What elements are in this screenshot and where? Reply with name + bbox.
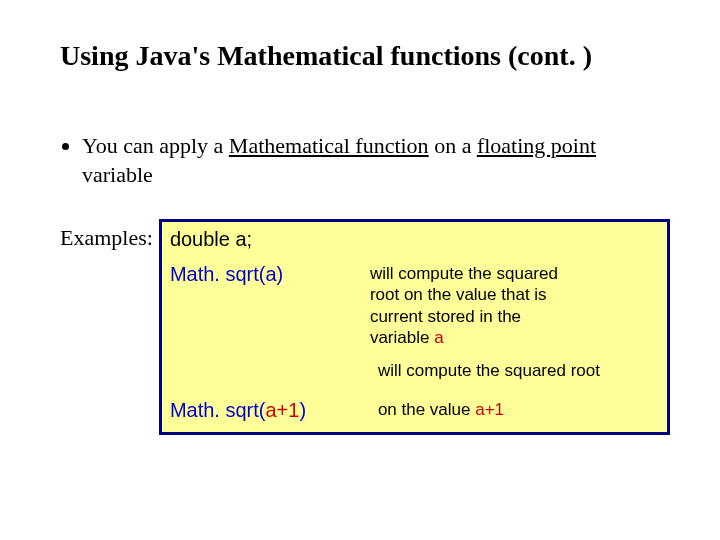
code-call-1: Math. sqrt(a) xyxy=(170,263,370,286)
code-desc-mid: will compute the squared root xyxy=(378,360,659,381)
code-desc-2: on the value a+1 xyxy=(378,399,659,420)
code-call-2-prefix: Math. sqrt( xyxy=(170,399,266,421)
code-call-2: Math. sqrt(a+1) xyxy=(170,399,370,422)
code-row-1: Math. sqrt(a) will compute the squared r… xyxy=(170,263,659,348)
examples-row: Examples: double a; Math. sqrt(a) will c… xyxy=(60,219,670,435)
desc1-var: a xyxy=(434,328,443,347)
code-desc-1: will compute the squared root on the val… xyxy=(370,263,659,348)
page-title: Using Java's Mathematical functions (con… xyxy=(60,40,670,72)
desc1-line4-prefix: variable xyxy=(370,328,434,347)
desc1-line1: will compute the squared xyxy=(370,264,558,283)
bullet-underline-2: floating point xyxy=(477,133,596,158)
bullet-text-prefix: You can apply a xyxy=(82,133,229,158)
bullet-text-mid: on a xyxy=(429,133,477,158)
desc1-line3: current stored in the xyxy=(370,307,521,326)
desc2-arg: a+1 xyxy=(475,400,504,419)
code-row-2: Math. sqrt(a+1) on the value a+1 xyxy=(170,399,659,422)
bullet-list: You can apply a Mathematical function on… xyxy=(82,132,670,189)
bullet-item: You can apply a Mathematical function on… xyxy=(82,132,670,189)
code-row-mid: will compute the squared root xyxy=(170,360,659,381)
code-box: double a; Math. sqrt(a) will compute the… xyxy=(159,219,670,435)
bullet-underline-1: Mathematical function xyxy=(229,133,429,158)
code-declaration: double a; xyxy=(170,228,659,251)
code-call-2-suffix: ) xyxy=(299,399,306,421)
desc2-prefix: on the value xyxy=(378,400,475,419)
desc1-line2: root on the value that is xyxy=(370,285,547,304)
slide: Using Java's Mathematical functions (con… xyxy=(0,0,720,540)
examples-label: Examples: xyxy=(60,219,153,251)
code-call-2-arg: a+1 xyxy=(265,399,299,421)
bullet-text-suffix: variable xyxy=(82,162,153,187)
